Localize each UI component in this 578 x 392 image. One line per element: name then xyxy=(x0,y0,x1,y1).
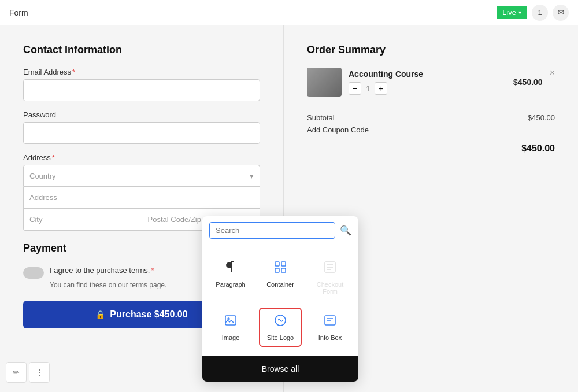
notification-count: 1 xyxy=(538,8,542,17)
coupon-label[interactable]: Add Coupon Code xyxy=(307,125,369,134)
image-label: Image xyxy=(222,334,240,341)
coupon-row: Add Coupon Code xyxy=(307,125,555,134)
checkout-form-icon xyxy=(323,260,337,278)
edit-icon-button[interactable]: ✏ xyxy=(6,362,27,383)
widget-item-container[interactable]: Container xyxy=(259,254,302,301)
qty-control: − 1 + xyxy=(349,82,506,95)
svg-rect-0 xyxy=(275,262,279,266)
mail-icon[interactable]: ✉ xyxy=(553,5,569,21)
page-title: Form xyxy=(9,8,28,17)
live-label: Live xyxy=(502,8,516,17)
more-icon: ⋮ xyxy=(35,368,43,377)
widget-search-input[interactable] xyxy=(209,222,335,239)
info-box-icon xyxy=(323,313,337,331)
terms-toggle[interactable] xyxy=(23,267,44,279)
svg-rect-3 xyxy=(281,268,286,272)
edit-icon: ✏ xyxy=(13,368,20,377)
postal-placeholder: Postal Code/Zip xyxy=(148,215,202,224)
site-logo-icon xyxy=(273,313,287,331)
email-group: Email Address* xyxy=(23,68,260,101)
browse-all-button[interactable]: Browse all xyxy=(202,356,358,382)
main-content: Contact Information Email Address* Passw… xyxy=(0,25,578,392)
widget-item-image[interactable]: Image xyxy=(209,308,252,347)
widget-grid: Paragraph Container xyxy=(202,245,358,356)
address-label: Address* xyxy=(23,153,260,162)
purchase-label: Purchase $450.00 xyxy=(110,309,187,320)
order-item: Accounting Course − 1 + $450.00 × xyxy=(307,68,555,97)
paragraph-label: Paragraph xyxy=(216,281,245,288)
checkout-form-label: Checkout Form xyxy=(314,281,346,295)
country-placeholder: Country xyxy=(29,172,56,180)
subtotal-label: Subtotal xyxy=(307,113,335,122)
topbar: Form Live ▾ 1 ✉ xyxy=(0,0,578,25)
lock-icon: 🔒 xyxy=(95,310,105,319)
password-label: Password xyxy=(23,110,260,119)
site-logo-label: Site Logo xyxy=(267,334,294,341)
total-row: $450.00 xyxy=(307,143,555,154)
qty-decrease-button[interactable]: − xyxy=(349,82,361,95)
contact-info-title: Contact Information xyxy=(23,44,260,56)
total-value: $450.00 xyxy=(521,143,555,154)
email-label: Email Address* xyxy=(23,68,260,76)
chevron-down-icon: ▾ xyxy=(250,172,254,180)
widget-item-paragraph[interactable]: Paragraph xyxy=(209,254,252,301)
agree-text: I agree to the purchase terms.* xyxy=(50,266,154,275)
divider xyxy=(307,106,555,106)
container-label: Container xyxy=(266,281,294,288)
qty-increase-button[interactable]: + xyxy=(375,82,387,95)
image-icon xyxy=(224,313,238,331)
remove-item-button[interactable]: × xyxy=(550,68,555,78)
svg-rect-1 xyxy=(281,262,286,266)
search-icon[interactable]: 🔍 xyxy=(340,225,351,236)
password-field[interactable] xyxy=(23,122,260,144)
svg-rect-11 xyxy=(325,316,335,325)
address-placeholder: Address xyxy=(29,193,57,202)
order-item-image xyxy=(307,68,342,97)
order-summary-title: Order Summary xyxy=(307,44,555,56)
password-group: Password xyxy=(23,110,260,144)
order-item-name: Accounting Course xyxy=(349,69,506,79)
topbar-right: Live ▾ 1 ✉ xyxy=(497,5,569,21)
subtotal-value: $450.00 xyxy=(528,113,555,122)
email-field[interactable] xyxy=(23,79,260,101)
container-icon xyxy=(273,260,287,278)
order-item-price: $450.00 xyxy=(513,77,543,87)
subtotal-row: Subtotal $450.00 xyxy=(307,113,555,122)
more-options-button[interactable]: ⋮ xyxy=(29,362,50,383)
address-input[interactable]: Address xyxy=(23,187,260,209)
chevron-down-icon: ▾ xyxy=(518,9,521,16)
widget-search-bar: 🔍 xyxy=(202,216,358,245)
city-input[interactable]: City xyxy=(23,209,142,231)
address-required-star: * xyxy=(52,153,55,162)
info-box-label: Info Box xyxy=(318,334,342,341)
country-select[interactable]: Country ▾ xyxy=(23,165,260,187)
bottom-toolbar: ✏ ⋮ xyxy=(6,362,50,383)
email-required-star: * xyxy=(72,68,75,76)
qty-value: 1 xyxy=(366,84,370,93)
widget-item-site-logo[interactable]: Site Logo xyxy=(259,308,302,347)
city-placeholder: City xyxy=(29,215,42,224)
widget-item-info-box[interactable]: Info Box xyxy=(309,308,351,347)
svg-rect-2 xyxy=(275,268,279,272)
paragraph-icon xyxy=(224,260,238,278)
widget-item-checkout-form[interactable]: Checkout Form xyxy=(309,254,351,301)
svg-point-9 xyxy=(228,318,229,320)
agree-required-star: * xyxy=(151,266,154,275)
order-item-details: Accounting Course − 1 + xyxy=(349,69,506,95)
notification-icon[interactable]: 1 xyxy=(532,5,548,21)
widget-picker: 🔍 Paragraph Cont xyxy=(202,216,358,382)
live-button[interactable]: Live ▾ xyxy=(497,6,527,19)
